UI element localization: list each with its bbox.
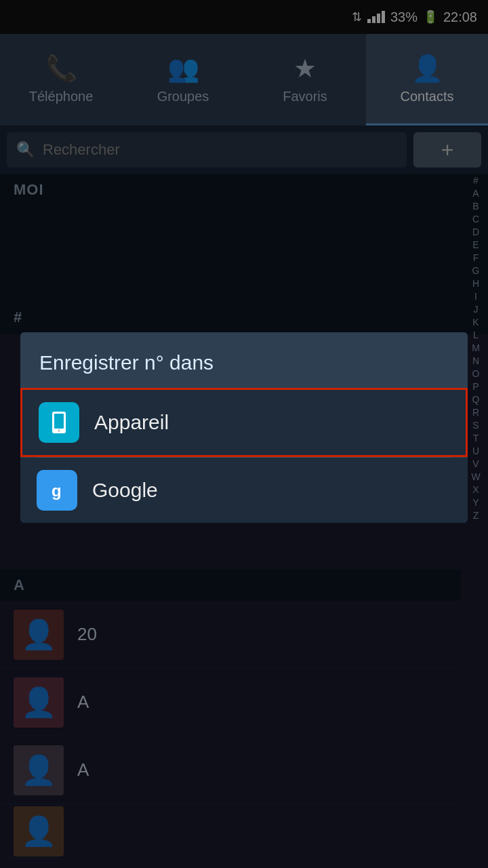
appareil-icon (39, 402, 79, 443)
svg-text:g: g (52, 481, 62, 500)
dialog-option-google[interactable]: g Google (20, 458, 468, 523)
dialog-title: Enregistrer n° dans (20, 332, 468, 388)
appareil-label: Appareil (94, 411, 169, 434)
save-number-dialog: Enregistrer n° dans Appareil g Google (20, 332, 468, 523)
svg-rect-1 (54, 414, 64, 429)
google-icon: g (37, 470, 77, 511)
google-label: Google (92, 479, 158, 502)
svg-point-2 (58, 429, 60, 432)
dialog-option-appareil[interactable]: Appareil (20, 388, 468, 457)
